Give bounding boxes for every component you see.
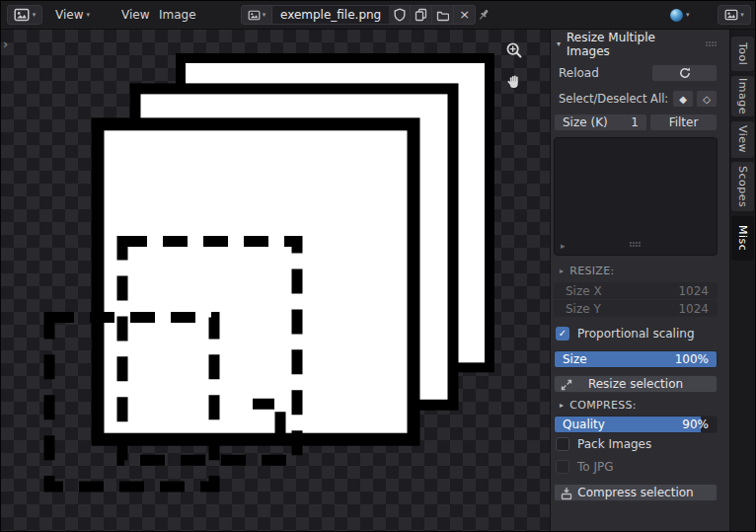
size-slider-value: 100% (675, 352, 709, 366)
chevron-down-icon: ▾ (33, 12, 37, 19)
chevron-down-icon: ▾ (686, 12, 690, 19)
proportional-label: Proportional scaling (577, 327, 695, 341)
tab-image[interactable]: Image (731, 76, 754, 116)
mode-dropdown[interactable]: View ▾ (50, 5, 95, 25)
chevron-down-icon: ▾ (263, 12, 266, 19)
unlink-image-button[interactable]: × (454, 5, 476, 25)
to-jpg-label: To JPG (577, 460, 614, 474)
size-y-field[interactable]: Size Y 1024 (554, 300, 718, 317)
zoom-gizmo[interactable] (503, 39, 525, 61)
sidebar-tabstrip: Tool Image View Scopes Misc (729, 30, 755, 531)
size-k-button[interactable]: Size (K) 1 (554, 114, 647, 131)
image-editor-icon (14, 8, 30, 22)
pack-images-checkbox[interactable] (556, 437, 569, 451)
select-all-button[interactable]: ◆ (672, 90, 694, 108)
reload-button[interactable] (651, 64, 718, 82)
image-icon (724, 9, 738, 21)
resize-selection-label: Resize selection (588, 377, 683, 391)
chevron-down-icon: ▾ (740, 12, 744, 19)
sphere-icon (670, 9, 683, 22)
size-k-value: 1 (631, 115, 639, 129)
tab-view[interactable]: View (731, 121, 754, 158)
size-k-label: Size (K) (563, 115, 608, 129)
tab-tool[interactable]: Tool (731, 37, 754, 71)
to-jpg-row: To JPG (556, 459, 718, 475)
select-deselect-label: Select/Deselect All: (559, 90, 668, 108)
compress-selection-label: Compress selection (577, 486, 693, 499)
magnifier-plus-icon (505, 41, 523, 59)
list-resize-handle[interactable] (630, 242, 642, 248)
select-deselect-row: Select/Deselect All: ◆ ◇ (554, 90, 718, 108)
editor-type-dropdown[interactable]: ▾ (7, 5, 42, 25)
browse-image-button[interactable]: ▾ (241, 5, 272, 25)
image-name-field[interactable]: exemple_file.png (272, 5, 389, 25)
reload-row: Reload (554, 64, 718, 82)
quality-slider-value: 90% (682, 418, 709, 431)
size-y-value: 1024 (678, 302, 709, 316)
proportional-row: ✓ Proportional scaling (556, 326, 718, 342)
fake-user-button[interactable] (389, 5, 411, 25)
size-slider[interactable]: Size 100% (554, 350, 718, 368)
image-datablock-selector: ▾ exemple_file.png × (241, 5, 476, 25)
panel-expand-icon: ▾ (557, 40, 561, 48)
mode-label: View (55, 8, 83, 22)
refresh-icon (678, 66, 692, 80)
panel-title: Resize Multiple Images (567, 31, 700, 58)
resize-section-label: RESIZE: (569, 265, 614, 277)
resize-selection-button[interactable]: Resize selection (554, 375, 718, 393)
display-channels-dropdown[interactable]: ▾ (718, 5, 751, 25)
deselect-all-button[interactable]: ◇ (696, 90, 718, 108)
open-image-button[interactable] (432, 5, 454, 25)
hand-icon (506, 73, 523, 90)
compress-icon (560, 487, 573, 500)
compress-selection-button[interactable]: Compress selection (554, 484, 718, 501)
pin-icon (476, 7, 491, 23)
image-canvas[interactable]: › (1, 30, 550, 531)
compress-section-header[interactable]: ▸ COMPRESS: (560, 399, 718, 412)
shield-icon (394, 8, 406, 22)
image-list[interactable]: ▸ (554, 137, 718, 256)
filter-label: Filter (669, 115, 699, 129)
quality-slider[interactable]: Quality 90% (554, 416, 718, 433)
resize-icon (560, 378, 573, 392)
diamond-filled-icon: ◆ (679, 94, 687, 105)
proportional-checkbox[interactable]: ✓ (556, 327, 569, 341)
pack-images-row: Pack Images (556, 436, 718, 452)
size-y-label: Size Y (566, 302, 601, 316)
menu-image[interactable]: Image (154, 5, 201, 25)
image-icon (248, 10, 261, 21)
pin-button[interactable] (475, 5, 492, 25)
filter-button[interactable]: Filter (649, 114, 718, 131)
diamond-outline-icon: ◇ (703, 94, 711, 105)
list-expand-icon[interactable]: ▸ (561, 242, 566, 251)
tab-scopes[interactable]: Scopes (731, 162, 754, 211)
size-x-field[interactable]: Size X 1024 (554, 282, 718, 299)
size-x-label: Size X (566, 284, 602, 298)
image-content (1, 30, 550, 531)
new-image-button[interactable] (411, 5, 432, 25)
resize-button-row: Resize selection (554, 375, 718, 393)
size-x-value: 1024 (678, 284, 709, 298)
compress-button-row: Compress selection (554, 484, 718, 501)
panel-drag-handle[interactable] (706, 41, 718, 47)
size-slider-label: Size (563, 352, 587, 366)
tab-misc[interactable]: Misc (731, 216, 754, 261)
compress-section-label: COMPRESS: (569, 399, 636, 412)
copy-icon (415, 8, 427, 22)
resize-section-header[interactable]: ▸ RESIZE: (560, 265, 718, 277)
folder-icon (436, 9, 449, 22)
panel-header[interactable]: ▾ Resize Multiple Images (557, 36, 718, 53)
quality-slider-label: Quality (563, 418, 605, 431)
topbar: ▾ View ▾ View Image ▾ exemple_file.png (1, 1, 755, 30)
pan-gizmo[interactable] (503, 70, 525, 92)
menu-view[interactable]: View (116, 5, 154, 25)
check-icon: ✓ (559, 329, 567, 339)
sort-filter-row: Size (K) 1 Filter (554, 114, 718, 131)
to-jpg-checkbox[interactable] (556, 460, 569, 474)
pack-images-label: Pack Images (577, 437, 651, 451)
triangle-right-icon: ▸ (560, 402, 564, 410)
close-icon: × (459, 8, 470, 21)
triangle-right-icon: ▸ (560, 267, 564, 275)
sidebar-panel: ▾ Resize Multiple Images Reload Select/D… (550, 30, 729, 531)
view-transform-dropdown[interactable]: ▾ (666, 5, 694, 25)
